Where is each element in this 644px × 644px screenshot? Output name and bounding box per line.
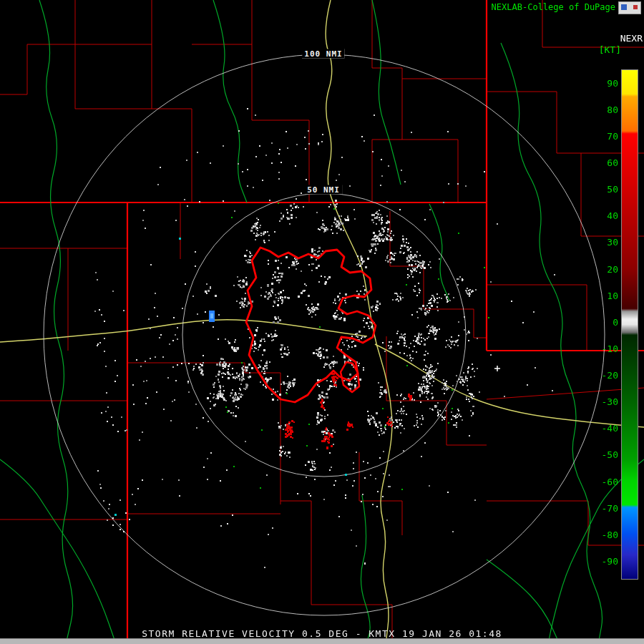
status-bar: STORM RELATIVE VELOCITY 0.5 DEG - KMTX 1… bbox=[0, 628, 644, 639]
colorbar-units-label: [KT] bbox=[599, 44, 621, 55]
colorbar-tick-label: 70 bbox=[607, 130, 618, 141]
colorbar-tick-label: -50 bbox=[602, 449, 618, 460]
colorbar-tick-label: 20 bbox=[607, 263, 618, 274]
colorbar-tick-label: -20 bbox=[602, 370, 618, 381]
colorbar-tick-label: 10 bbox=[607, 290, 618, 301]
colorbar-tick-label: -90 bbox=[602, 556, 618, 567]
colorbar-tick-label: 50 bbox=[607, 184, 618, 195]
range-ring-label-50nmi: 50 NMI bbox=[305, 185, 342, 195]
colorbar-tick-label: 90 bbox=[607, 77, 618, 88]
colorbar-tick-label: 0 bbox=[613, 316, 618, 327]
colorbar-tick-label: -30 bbox=[602, 396, 618, 407]
logo-pixel-red bbox=[633, 5, 638, 9]
radar-display: 100 NMI 50 NMI NEXLAB-College of DuPage … bbox=[0, 0, 644, 644]
radar-map-canvas[interactable] bbox=[0, 0, 644, 644]
colorbar-tick-label: 60 bbox=[607, 157, 618, 167]
logo-pixel-blue bbox=[621, 4, 627, 10]
colorbar-tick-label: -40 bbox=[602, 423, 618, 434]
colorbar-tick-label: -70 bbox=[602, 502, 618, 513]
nexlab-logo-icon bbox=[618, 1, 641, 14]
colorbar-tick-label: -10 bbox=[602, 343, 618, 353]
colorbar bbox=[621, 69, 638, 580]
status-text: STORM RELATIVE VELOCITY 0.5 DEG - KMTX 1… bbox=[142, 628, 502, 639]
branding-text: NEXLAB-College of DuPage bbox=[492, 2, 615, 12]
colorbar-tick-label: 80 bbox=[607, 104, 618, 114]
colorbar-tick-label: -80 bbox=[602, 529, 618, 540]
colorbar-tick-label: 40 bbox=[607, 210, 618, 221]
colorbar-tick-label: 30 bbox=[607, 237, 618, 248]
colorbar-tick-label: -60 bbox=[602, 476, 618, 487]
range-ring-label-100nmi: 100 NMI bbox=[302, 49, 344, 59]
bottom-bar bbox=[0, 638, 644, 644]
colorbar-title: NEXR bbox=[620, 33, 643, 44]
